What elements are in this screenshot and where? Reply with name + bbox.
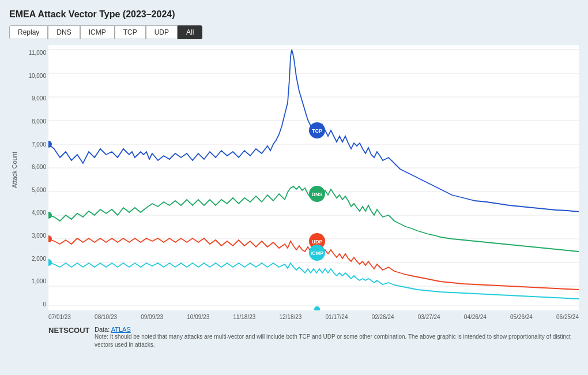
filter-bar: Replay DNS ICMP TCP UDP All [9, 25, 579, 39]
icmp-badge-label: ICMP [311, 250, 324, 256]
filter-udp[interactable]: UDP [146, 25, 178, 39]
x-tick-4: 11/18/23 [233, 314, 255, 320]
x-tick-6: 01/17/24 [326, 314, 348, 320]
dns-badge-label: DNS [311, 192, 322, 197]
x-tick-0: 07/01/23 [48, 314, 71, 320]
filter-icmp[interactable]: ICMP [80, 25, 115, 39]
filter-dns[interactable]: DNS [48, 25, 80, 39]
filter-replay[interactable]: Replay [9, 25, 48, 39]
x-tick-9: 04/26/24 [464, 314, 487, 320]
chart-svg: TCP DNS UDP ICMP [48, 45, 579, 310]
y-tick-6000: 6,000 [32, 164, 46, 170]
y-tick-5000: 5,000 [32, 187, 46, 193]
y-axis-label: Attack Count [11, 178, 18, 188]
y-tick-9000: 9,000 [32, 95, 46, 102]
y-axis-ticks: 11,000 10,000 9,000 8,000 7,000 6,000 5,… [21, 45, 48, 320]
y-tick-2000: 2,000 [32, 256, 46, 262]
source-label: Data: [95, 326, 110, 333]
filter-tcp[interactable]: TCP [115, 25, 146, 39]
tcp-badge-label: TCP [312, 128, 322, 134]
icmp-line [48, 262, 579, 299]
footer-note: Note: It should be noted that many attac… [95, 333, 579, 349]
x-tick-3: 10/09/23 [187, 314, 209, 320]
brand-label: NETSCOUT [48, 326, 89, 335]
chart-area: TCP DNS UDP ICMP [48, 45, 579, 310]
udp-start-dot [48, 235, 52, 242]
dns-start-dot [48, 212, 52, 219]
footer: NETSCOUT Data: ATLAS Note: It should be … [48, 326, 579, 349]
icmp-end-dot [314, 306, 320, 310]
x-tick-2: 09/09/23 [141, 314, 163, 320]
x-tick-8: 03/27/24 [418, 314, 440, 320]
x-tick-1: 08/10/23 [95, 314, 117, 320]
y-tick-11000: 11,000 [28, 50, 46, 56]
y-tick-10000: 10,000 [28, 73, 46, 79]
icmp-start-dot [48, 259, 52, 266]
x-tick-5: 12/18/23 [279, 314, 301, 320]
data-source: Data: ATLAS [95, 326, 579, 333]
y-tick-1000: 1,000 [32, 278, 46, 284]
x-axis: 07/01/23 08/10/23 09/09/23 10/09/23 11/1… [48, 312, 579, 320]
x-tick-11: 06/25/24 [556, 314, 579, 320]
page-title: EMEA Attack Vector Type (2023–2024) [9, 9, 579, 20]
filter-all[interactable]: All [178, 25, 202, 39]
y-tick-7000: 7,000 [32, 141, 46, 148]
x-tick-10: 05/26/24 [510, 314, 533, 320]
y-tick-8000: 8,000 [32, 118, 46, 125]
udp-badge-label: UDP [311, 239, 322, 245]
y-tick-3000: 3,000 [32, 232, 46, 239]
y-tick-4000: 4,000 [32, 209, 46, 216]
y-tick-0: 0 [43, 301, 46, 308]
atlas-link[interactable]: ATLAS [111, 326, 131, 333]
x-tick-7: 02/26/24 [372, 314, 394, 320]
page-container: EMEA Attack Vector Type (2023–2024) Repl… [0, 0, 588, 375]
